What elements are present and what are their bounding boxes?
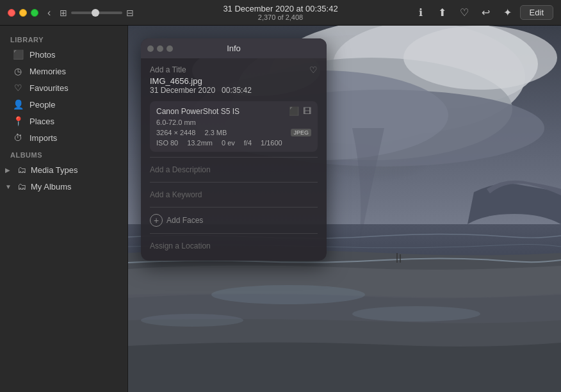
titlebar: ‹ ⊞ ⊟ 31 December 2020 at 00:35:42 2,370…: [0, 0, 561, 26]
sidebar-item-places-label: Places: [29, 117, 54, 126]
titlebar-left: ‹ ⊞ ⊟: [8, 6, 134, 20]
edit-button[interactable]: Edit: [520, 5, 553, 20]
photo-datetime: 31 December 2020 at 00:35:42: [223, 4, 337, 13]
sidebar-item-my-albums-label: My Albums: [31, 182, 72, 192]
info-assign-location[interactable]: Assign a Location: [150, 238, 318, 254]
sidebar-item-places[interactable]: 📍 Places: [3, 113, 125, 129]
my-albums-arrow: ▼: [5, 183, 13, 190]
maximize-button[interactable]: [31, 9, 38, 17]
info-divider-1: [150, 157, 318, 158]
svg-point-13: [141, 314, 243, 327]
info-panel-title: Info: [227, 44, 241, 53]
info-date: 31 December 2020: [150, 86, 215, 95]
my-albums-icon: 🗂: [17, 181, 27, 192]
info-dot-1[interactable]: [147, 45, 154, 52]
sidebar-item-memories-label: Memories: [29, 67, 66, 76]
info-focal-range: 6.0-72.0 mm: [156, 118, 311, 126]
info-format-badge: JPEG: [291, 129, 311, 136]
sidebar-item-my-albums[interactable]: ▼ 🗂 My Albums: [3, 178, 125, 195]
media-types-icon: 🗂: [17, 165, 27, 175]
info-dot-2[interactable]: [157, 45, 163, 52]
zoom-slider-thumb[interactable]: [92, 9, 99, 17]
titlebar-right: ℹ ⬆ ♡ ↩ ✦ Edit: [411, 4, 553, 22]
info-panel-header: Info: [141, 38, 327, 58]
info-date-row: 31 December 2020 00:35:42: [150, 86, 318, 95]
add-faces-circle-icon: +: [150, 214, 163, 227]
sidebar-item-photos[interactable]: ⬛ Photos: [3, 46, 125, 63]
info-time: 00:35:42: [222, 86, 252, 95]
info-dot-3[interactable]: [167, 45, 173, 52]
sidebar-item-imports[interactable]: ⏱ Imports: [3, 129, 125, 146]
share-button[interactable]: ⬆: [433, 4, 452, 22]
info-add-faces-label: Add Faces: [167, 216, 203, 225]
places-icon: 📍: [13, 116, 23, 126]
info-aperture: f/4: [244, 139, 252, 147]
sidebar: Library ⬛ Photos ◷ Memories ♡ Favourites…: [0, 26, 128, 392]
sidebar-item-favourites-label: Favourites: [29, 83, 69, 93]
info-dims-row: 3264 × 2448 2.3 MB JPEG: [156, 129, 311, 136]
photo-count: 2,370 of 2,408: [223, 13, 337, 21]
close-button[interactable]: [8, 9, 15, 17]
info-filename: IMG_4656.jpg: [150, 76, 318, 86]
traffic-lights: [8, 9, 38, 17]
info-iso: ISO 80: [156, 139, 178, 147]
rotate-button[interactable]: ↩: [476, 4, 496, 22]
svg-point-12: [352, 306, 480, 322]
sidebar-item-favourites[interactable]: ♡ Favourites: [3, 79, 125, 96]
info-add-title-row: Add a Title ♡: [150, 65, 318, 75]
info-button[interactable]: ℹ: [411, 4, 430, 22]
photos-icon: ⬛: [13, 49, 23, 60]
sidebar-item-people-label: People: [29, 100, 55, 110]
sidebar-item-media-types-label: Media Types: [31, 165, 77, 175]
info-panel-dots: [147, 45, 173, 52]
info-exif-row: ISO 80 13.2mm 0 ev f/4 1/1600: [156, 139, 311, 147]
info-camera-row: Canon PowerShot S5 IS ⬛ 🎞: [156, 106, 311, 116]
thumbnail-small-icon: ⊞: [60, 8, 67, 18]
imports-icon: ⏱: [13, 133, 23, 143]
info-add-keyword[interactable]: Add a Keyword: [150, 186, 318, 203]
info-divider-2: [150, 182, 318, 183]
favourites-icon: ♡: [13, 83, 23, 93]
info-divider-4: [150, 233, 318, 234]
titlebar-center: 31 December 2020 at 00:35:42 2,370 of 2,…: [223, 4, 337, 21]
sidebar-item-imports-label: Imports: [29, 133, 57, 143]
info-add-description[interactable]: Add a Description: [150, 161, 318, 178]
sidebar-item-memories[interactable]: ◷ Memories: [3, 63, 125, 79]
info-divider-3: [150, 207, 318, 208]
memories-icon: ◷: [13, 66, 23, 76]
zoom-slider-track[interactable]: [71, 12, 122, 14]
info-exposure: 0 ev: [222, 139, 235, 147]
info-focal-length: 13.2mm: [187, 139, 213, 147]
albums-section-header: Albums: [0, 146, 127, 161]
info-panel: Info Add a Title ♡ IMG_4656.jpg 31 Decem…: [141, 38, 327, 261]
sidebar-item-photos-label: Photos: [29, 50, 55, 60]
info-filesize: 2.3 MB: [204, 129, 227, 136]
people-icon: 👤: [13, 99, 23, 110]
media-types-arrow: ▶: [5, 167, 13, 174]
favourite-button[interactable]: ♡: [455, 4, 474, 22]
photo-area: Info Add a Title ♡ IMG_4656.jpg 31 Decem…: [128, 26, 561, 392]
info-panel-body: Add a Title ♡ IMG_4656.jpg 31 December 2…: [141, 58, 327, 261]
sidebar-item-people[interactable]: 👤 People: [3, 96, 125, 113]
info-add-faces-row[interactable]: + Add Faces: [150, 211, 318, 229]
info-camera-icons: ⬛ 🎞: [289, 106, 311, 116]
sidebar-item-media-types[interactable]: ▶ 🗂 Media Types: [3, 161, 125, 178]
info-heart-icon[interactable]: ♡: [309, 65, 318, 75]
info-shutter: 1/1600: [261, 139, 282, 147]
svg-point-8: [403, 26, 557, 90]
thumbnail-large-icon: ⊟: [126, 8, 134, 18]
back-button[interactable]: ‹: [44, 6, 54, 20]
info-camera-section: Canon PowerShot S5 IS ⬛ 🎞 6.0-72.0 mm 32…: [150, 101, 318, 152]
camera-lens-icon: 🎞: [303, 106, 311, 116]
adjust-button[interactable]: ✦: [498, 4, 517, 22]
minimize-button[interactable]: [19, 9, 27, 17]
info-dimensions: 3264 × 2448: [156, 129, 195, 136]
add-title-placeholder[interactable]: Add a Title: [150, 65, 186, 74]
camera-raw-icon: ⬛: [289, 106, 299, 116]
zoom-slider-container: ⊞ ⊟: [60, 8, 134, 18]
info-camera-name: Canon PowerShot S5 IS: [156, 107, 240, 116]
library-section-header: Library: [0, 31, 127, 46]
main-area: Library ⬛ Photos ◷ Memories ♡ Favourites…: [0, 26, 561, 392]
svg-point-11: [211, 285, 365, 304]
